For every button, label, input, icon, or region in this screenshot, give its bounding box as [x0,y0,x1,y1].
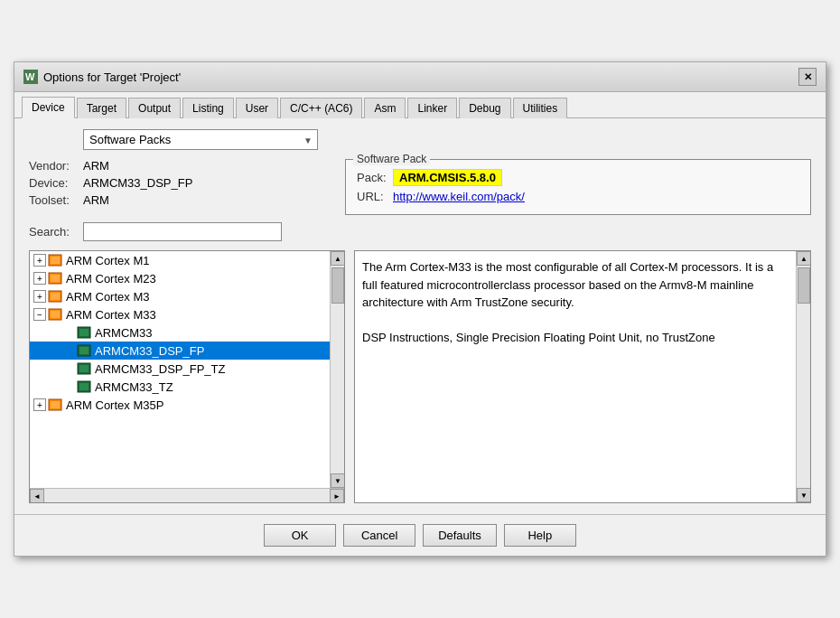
tree-item-cortex-m33[interactable]: − ARM Cortex M33 [30,305,330,323]
svg-rect-17 [79,383,89,390]
url-row: URL: http://www.keil.com/pack/ [357,190,799,203]
vendor-value: ARM [83,159,109,173]
tab-asm[interactable]: Asm [364,98,406,118]
svg-text:W: W [25,71,35,82]
title-bar-left: W Options for Target 'Project' [23,70,181,84]
tab-listing[interactable]: Listing [182,98,234,118]
tab-bar: Device Target Output Listing User C/C++ … [14,92,826,118]
search-label: Search: [29,225,83,239]
tree-label-m1: ARM Cortex M1 [66,254,149,267]
tree-label-m23: ARM Cortex M23 [66,272,156,286]
tree-item-armcm33-dsp-fp-tz[interactable]: ARMCM33_DSP_FP_TZ [30,360,330,378]
desc-scroll-up[interactable]: ▲ [797,251,810,266]
tree-item-cortex-m35p[interactable]: + ARM Cortex M35P [30,396,330,414]
chip-icon-tz [77,379,91,394]
desc-paragraph-1: The Arm Cortex-M33 is the most configura… [362,258,789,312]
description-panel: The Arm Cortex-M33 is the most configura… [354,250,811,503]
pack-value: ARM.CMSIS.5.8.0 [393,169,502,186]
tree-label-dsp-fp-tz: ARMCM33_DSP_FP_TZ [95,362,225,376]
tab-linker[interactable]: Linker [407,98,457,118]
svg-rect-13 [79,347,89,354]
chip-icon-dsp-fp-tz [77,361,91,376]
scroll-up-btn[interactable]: ▲ [331,251,345,266]
search-row: Search: [29,222,811,241]
scroll-track-h [44,489,330,502]
scroll-right-btn[interactable]: ► [330,489,344,503]
expand-icon-m3[interactable]: + [33,290,46,303]
tree-content: + ARM Cortex M1 + ARM Cortex M23 [30,251,330,488]
software-packs-dropdown-wrapper[interactable]: Software Packs ▼ [83,129,318,150]
svg-rect-7 [51,293,60,300]
svg-rect-11 [79,329,89,336]
tab-utilities[interactable]: Utilities [513,98,568,118]
tab-output[interactable]: Output [128,98,181,118]
toolset-row: Toolset: ARM [29,193,318,207]
cancel-button[interactable]: Cancel [343,524,415,547]
cpu-icon-m23 [48,271,62,286]
cpu-icon-m33 [48,307,62,322]
tab-content: Software Packs ▼ Vendor: ARM Device: ARM… [14,118,826,514]
tab-target[interactable]: Target [77,98,126,118]
no-expand-tz [62,380,75,393]
tree-scrollbar-h[interactable]: ◄ ► [30,488,344,502]
svg-rect-5 [51,275,60,282]
defaults-button[interactable]: Defaults [423,524,497,547]
title-bar: W Options for Target 'Project' ✕ [14,62,826,92]
pack-label: Pack: [357,171,393,184]
ok-button[interactable]: OK [264,524,336,547]
tree-item-armcm33-dsp-fp[interactable]: ARMCM33_DSP_FP [30,342,330,360]
desc-scrollbar-v[interactable]: ▲ ▼ [796,251,810,502]
tree-label-armcm33: ARMCM33 [95,326,153,340]
url-label: URL: [357,190,393,203]
tab-user[interactable]: User [236,98,278,118]
desc-paragraph-2: DSP Instructions, Single Precision Float… [362,329,789,347]
tree-scrollbar-v[interactable]: ▲ ▼ [330,251,344,488]
scroll-down-btn[interactable]: ▼ [331,473,345,488]
svg-rect-19 [51,401,60,408]
tab-debug[interactable]: Debug [459,98,510,118]
expand-icon-m23[interactable]: + [33,272,46,285]
expand-icon-m1[interactable]: + [33,254,46,267]
no-expand-armcm33 [62,326,75,339]
tree-item-cortex-m3[interactable]: + ARM Cortex M3 [30,287,330,305]
close-button[interactable]: ✕ [798,68,817,86]
tree-item-cortex-m23[interactable]: + ARM Cortex M23 [30,269,330,287]
tree-label-dsp-fp: ARMCM33_DSP_FP [95,344,204,358]
software-pack-title: Software Pack [353,153,430,165]
tab-device[interactable]: Device [22,97,75,118]
tree-label-tz: ARMCM33_TZ [95,380,173,394]
search-input[interactable] [83,222,282,241]
tree-item-armcm33-tz[interactable]: ARMCM33_TZ [30,378,330,396]
software-packs-dropdown[interactable]: Software Packs [83,129,318,150]
vendor-row: Vendor: ARM [29,159,318,173]
device-row: Device: ARMCM33_DSP_FP [29,176,318,190]
chip-icon-armcm33 [77,325,91,340]
cpu-icon-m35p [48,398,62,412]
app-icon: W [23,70,38,84]
tree-label-m33: ARM Cortex M33 [66,308,156,322]
desc-scroll-thumb[interactable] [798,267,810,304]
expand-icon-m33[interactable]: − [33,308,46,321]
no-expand-dsp-fp [62,344,75,357]
dialog-title: Options for Target 'Project' [43,70,181,84]
tree-item-cortex-m1[interactable]: + ARM Cortex M1 [30,251,330,269]
toolset-value: ARM [83,193,109,207]
help-button[interactable]: Help [504,524,576,547]
bottom-bar: OK Cancel Defaults Help [14,514,826,556]
cpu-icon-m1 [48,253,62,267]
desc-scroll-track [797,266,810,488]
expand-icon-m35p[interactable]: + [33,398,46,411]
url-link[interactable]: http://www.keil.com/pack/ [393,190,525,203]
desc-inner: The Arm Cortex-M33 is the most configura… [355,251,810,502]
info-section: Vendor: ARM Device: ARMCM33_DSP_FP Tools… [29,159,811,215]
desc-scroll-down[interactable]: ▼ [797,488,810,502]
main-panels: + ARM Cortex M1 + ARM Cortex M23 [29,250,811,503]
tree-item-armcm33[interactable]: ARMCM33 [30,323,330,342]
tree-panel: + ARM Cortex M1 + ARM Cortex M23 [29,250,345,503]
device-info: Vendor: ARM Device: ARMCM33_DSP_FP Tools… [29,159,318,215]
tab-cpp[interactable]: C/C++ (AC6) [280,98,362,118]
cpu-icon-m3 [48,289,62,304]
scroll-thumb[interactable] [331,267,344,304]
svg-rect-15 [79,365,89,372]
scroll-left-btn[interactable]: ◄ [30,489,44,503]
